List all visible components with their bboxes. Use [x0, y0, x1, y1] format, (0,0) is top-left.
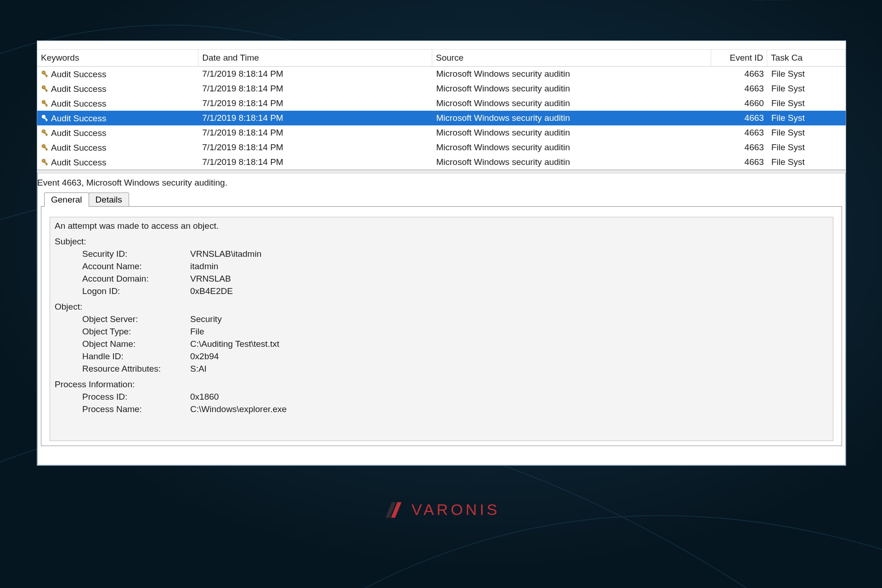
cell-datetime: 7/1/2019 8:18:14 PM	[198, 113, 432, 123]
value-process-id: 0x1860	[190, 390, 828, 403]
cell-keywords: Audit Success	[51, 128, 106, 138]
section-process: Process Information:	[55, 379, 828, 390]
detail-summary: An attempt was made to access an object.	[55, 220, 828, 232]
cell-keywords: Audit Success	[51, 99, 106, 108]
tab-details[interactable]: Details	[89, 192, 129, 207]
label-logon-id: Logon ID:	[82, 285, 190, 297]
key-icon	[41, 143, 51, 153]
cell-datetime: 7/1/2019 8:18:14 PM	[198, 142, 432, 153]
svg-point-9	[43, 101, 45, 102]
label-object-type: Object Type:	[82, 325, 190, 338]
table-row[interactable]: Audit Success7/1/2019 8:18:14 PMMicrosof…	[37, 140, 846, 155]
cell-task: File Syst	[768, 142, 846, 153]
cell-eventid: 4663	[712, 157, 768, 167]
label-account-domain: Account Domain:	[82, 272, 190, 285]
splitter[interactable]	[37, 170, 846, 173]
cell-source: Microsoft Windows security auditin	[432, 113, 711, 123]
value-process-name: C:\Windows\explorer.exe	[190, 403, 828, 415]
grid-body[interactable]: Audit Success7/1/2019 8:18:14 PMMicrosof…	[37, 67, 846, 170]
value-handle-id: 0x2b94	[190, 350, 828, 362]
cell-task: File Syst	[768, 157, 846, 167]
key-icon	[41, 128, 51, 138]
filter-strip	[37, 41, 846, 50]
key-icon	[41, 158, 51, 167]
value-logon-id: 0xB4E2DE	[190, 285, 828, 297]
cell-datetime: 7/1/2019 8:18:14 PM	[198, 84, 432, 94]
cell-source: Microsoft Windows security auditin	[432, 157, 711, 167]
col-header-keywords[interactable]: Keywords	[37, 50, 198, 66]
svg-point-21	[43, 145, 45, 147]
cell-task: File Syst	[768, 69, 846, 79]
cell-eventid: 4663	[712, 84, 768, 94]
value-object-type: File	[190, 325, 828, 338]
label-object-name: Object Name:	[82, 338, 190, 350]
table-row[interactable]: Audit Success7/1/2019 8:18:14 PMMicrosof…	[37, 155, 846, 170]
cell-datetime: 7/1/2019 8:18:14 PM	[198, 98, 432, 108]
cell-task: File Syst	[768, 113, 846, 123]
label-process-name: Process Name:	[82, 403, 190, 415]
cell-eventid: 4663	[712, 128, 768, 138]
detail-title: Event 4663, Microsoft Windows security a…	[37, 173, 846, 192]
svg-point-25	[43, 160, 45, 161]
section-object: Object:	[55, 301, 828, 313]
label-resource-attr: Resource Attributes:	[82, 362, 190, 375]
varonis-logo-text: VARONIS	[412, 501, 500, 519]
varonis-logo: VARONIS	[382, 501, 500, 519]
section-subject: Subject:	[55, 236, 828, 248]
cell-eventid: 4663	[712, 69, 768, 79]
label-process-id: Process ID:	[82, 390, 190, 403]
value-security-id: VRNSLAB\itadmin	[190, 248, 828, 260]
cell-source: Microsoft Windows security auditin	[432, 84, 711, 94]
table-row[interactable]: Audit Success7/1/2019 8:18:14 PMMicrosof…	[37, 111, 846, 125]
varonis-slash-icon	[382, 501, 405, 519]
cell-task: File Syst	[768, 84, 846, 94]
col-header-task[interactable]: Task Ca	[767, 50, 846, 66]
cell-eventid: 4660	[712, 98, 768, 108]
tabs: General Details	[44, 192, 846, 207]
value-object-name: C:\Auditing Test\test.txt	[190, 338, 828, 350]
cell-keywords: Audit Success	[51, 158, 106, 167]
table-row[interactable]: Audit Success7/1/2019 8:18:14 PMMicrosof…	[37, 125, 846, 140]
cell-source: Microsoft Windows security auditin	[432, 128, 711, 138]
table-row[interactable]: Audit Success7/1/2019 8:18:14 PMMicrosof…	[37, 96, 846, 111]
table-row[interactable]: Audit Success7/1/2019 8:18:14 PMMicrosof…	[37, 67, 846, 81]
tab-general[interactable]: General	[44, 192, 89, 207]
col-header-datetime[interactable]: Date and Time	[198, 50, 432, 66]
key-icon	[41, 113, 51, 123]
cell-datetime: 7/1/2019 8:18:14 PM	[198, 69, 432, 79]
cell-datetime: 7/1/2019 8:18:14 PM	[198, 128, 432, 138]
svg-point-17	[43, 130, 45, 132]
cell-source: Microsoft Windows security auditin	[432, 69, 711, 79]
event-viewer-panel: Keywords Date and Time Source Event ID T…	[37, 40, 846, 466]
detail-body: An attempt was made to access an object.…	[50, 217, 833, 441]
key-icon	[41, 84, 51, 94]
cell-eventid: 4663	[712, 142, 768, 153]
label-object-server: Object Server:	[82, 313, 190, 325]
cell-task: File Syst	[768, 128, 846, 138]
cell-datetime: 7/1/2019 8:18:14 PM	[198, 157, 432, 167]
svg-point-1	[43, 72, 45, 73]
cell-keywords: Audit Success	[51, 113, 106, 123]
value-account-name: itadmin	[190, 260, 828, 272]
cell-source: Microsoft Windows security auditin	[432, 98, 711, 108]
value-account-domain: VRNSLAB	[190, 272, 828, 285]
cell-keywords: Audit Success	[51, 69, 106, 79]
svg-point-5	[43, 86, 45, 88]
tab-content: An attempt was made to access an object.…	[41, 206, 842, 446]
label-handle-id: Handle ID:	[82, 350, 190, 362]
value-resource-attr: S:AI	[190, 362, 828, 375]
cell-task: File Syst	[768, 98, 846, 108]
value-object-server: Security	[190, 313, 828, 325]
col-header-eventid[interactable]: Event ID	[711, 50, 768, 66]
label-security-id: Security ID:	[82, 248, 190, 260]
key-icon	[41, 99, 51, 108]
cell-source: Microsoft Windows security auditin	[432, 142, 711, 153]
table-row[interactable]: Audit Success7/1/2019 8:18:14 PMMicrosof…	[37, 81, 846, 96]
cell-eventid: 4663	[712, 113, 768, 123]
svg-point-13	[43, 116, 45, 117]
cell-keywords: Audit Success	[51, 143, 106, 153]
col-header-source[interactable]: Source	[432, 50, 711, 66]
label-account-name: Account Name:	[82, 260, 190, 272]
cell-keywords: Audit Success	[51, 84, 106, 94]
grid-header: Keywords Date and Time Source Event ID T…	[37, 50, 846, 67]
